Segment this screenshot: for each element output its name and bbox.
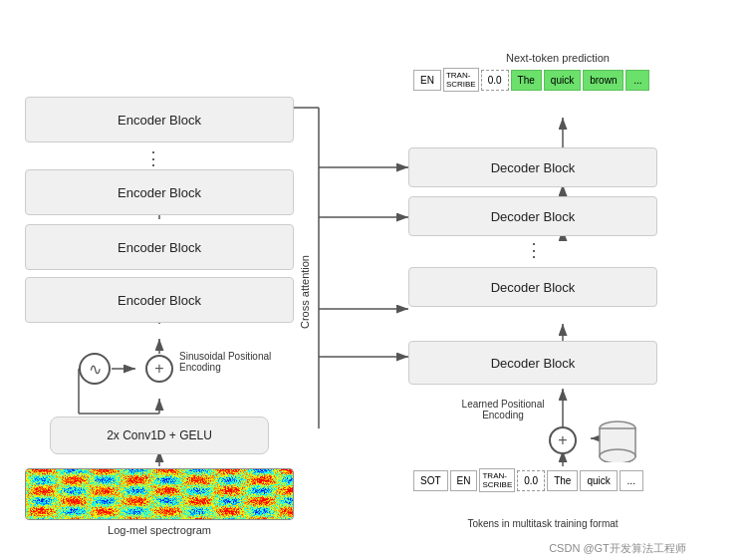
encoder-block-1-label: Encoder Block: [118, 113, 201, 128]
decoder-add-positional-icon: +: [549, 426, 577, 454]
decoder-block-2: Decoder Block: [408, 267, 657, 307]
encoder-block-4: Encoder Block: [25, 277, 294, 323]
svg-point-28: [600, 449, 635, 462]
decoder-block-3: Decoder Block: [408, 196, 657, 236]
conv-block: 2x Conv1D + GELU: [50, 417, 269, 454]
encoder-block-3-label: Encoder Block: [118, 240, 201, 255]
encoder-block-2-label: Encoder Block: [118, 185, 201, 200]
token-en: EN: [413, 70, 441, 91]
token-en-in: EN: [450, 470, 478, 491]
footer-credit: CSDN @GT开发算法工程师: [498, 541, 737, 556]
token-ellipsis-out: ...: [625, 70, 649, 91]
token-sot: SOT: [413, 470, 448, 491]
encoder-block-1: Encoder Block: [25, 97, 294, 142]
token-00-out: 0.0: [481, 70, 509, 91]
decoder-dots: ⋮: [525, 239, 543, 261]
encoder-dots-top: ⋮: [144, 147, 162, 169]
sinusoidal-label: Sinusoidal Positional Encoding: [179, 351, 289, 373]
multitask-label: Tokens in multitask training format: [413, 518, 672, 529]
add-positional-icon: +: [145, 355, 173, 383]
learned-positional-label: Learned Positional Encoding: [458, 399, 548, 420]
token-00-in: 0.0: [517, 470, 545, 491]
encoder-block-3: Encoder Block: [25, 224, 294, 270]
token-transcribe-in: TRAN-SCRIBE: [479, 468, 515, 492]
token-ellipsis-in: ...: [620, 470, 643, 491]
spectrogram: [25, 468, 294, 520]
next-token-prediction-label: Next-token prediction: [428, 52, 687, 64]
token-brown-out: brown: [583, 70, 623, 91]
token-the-out: The: [511, 70, 542, 91]
token-transcribe-out: TRAN-SCRIBE: [443, 68, 479, 92]
sinusoidal-wave-icon: ∿: [79, 353, 111, 385]
cylinder-icon: [598, 419, 637, 462]
output-token-row: EN TRAN-SCRIBE 0.0 The quick brown ...: [413, 68, 649, 92]
input-token-row: SOT EN TRAN-SCRIBE 0.0 The quick ...: [413, 468, 643, 492]
encoder-block-4-label: Encoder Block: [118, 293, 201, 308]
decoder-block-4: Decoder Block: [408, 147, 657, 187]
encoder-block-2: Encoder Block: [25, 169, 294, 215]
token-quick-out: quick: [544, 70, 581, 91]
token-quick-in: quick: [580, 470, 617, 491]
cross-attention-label: Cross attention: [299, 209, 311, 329]
token-the-in: The: [547, 470, 578, 491]
spectrogram-label: Log-mel spectrogram: [80, 524, 239, 536]
decoder-block-1: Decoder Block: [408, 341, 657, 385]
